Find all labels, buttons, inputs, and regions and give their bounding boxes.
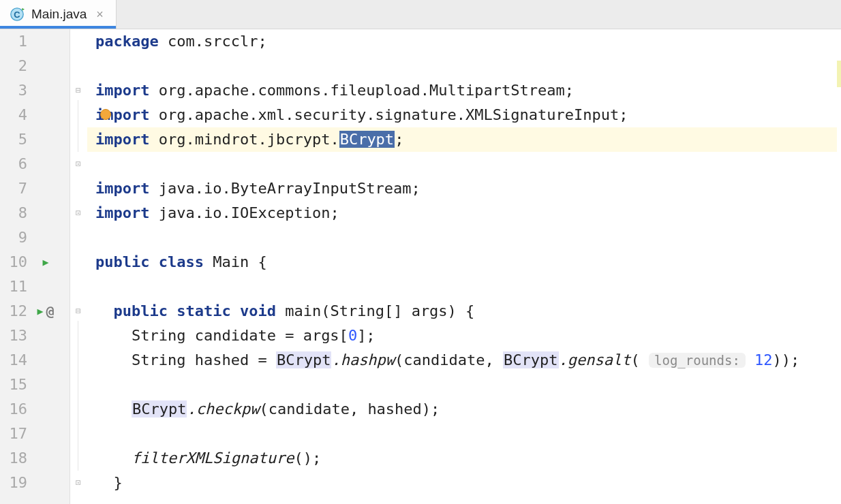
code-line: [95, 54, 841, 78]
code-line: }: [95, 471, 841, 495]
line-number: 2: [0, 54, 70, 78]
code-line: import java.io.ByteArrayInputStream;: [95, 176, 841, 201]
fold-guide: [78, 100, 78, 152]
code-line: [95, 274, 841, 299]
line-number: 3: [0, 78, 70, 103]
code-area[interactable]: package com.srcclr; import org.apache.co…: [87, 29, 841, 504]
code-line: String candidate = args[0];: [95, 324, 841, 348]
code-line: package com.srcclr;: [95, 29, 841, 54]
code-line: [95, 373, 841, 397]
code-line-current: import org.mindrot.jbcrypt.BCrypt;: [87, 127, 837, 152]
line-number: 1: [0, 29, 70, 54]
line-number: 15: [0, 373, 70, 397]
line-number: 5: [0, 127, 70, 152]
line-number: 19: [0, 471, 70, 495]
active-tab-underline: [0, 26, 116, 29]
line-number: 14: [0, 348, 70, 373]
fold-collapse-icon[interactable]: ⊟: [73, 78, 84, 103]
fold-expand-icon[interactable]: ⊡: [73, 471, 84, 495]
svg-marker-2: [22, 8, 25, 11]
line-number: 18: [0, 446, 70, 471]
tab-main-java[interactable]: C Main.java ×: [0, 0, 117, 29]
gutter: 1 2 3 4 5 6 7 8 9 10 ▶ 11 12 ▶@ 13 14 15…: [0, 29, 70, 504]
selection: BCrypt: [339, 131, 395, 148]
fold-guide: [78, 321, 78, 471]
fold-expand-icon[interactable]: ⊡: [73, 201, 84, 225]
code-line: public static void main(String[] args) {: [95, 299, 841, 324]
run-with-annotation-gutter-icon[interactable]: ▶@: [26, 299, 65, 324]
code-line: [95, 225, 841, 250]
fold-strip: ⊟ ⊡ ⊡ ⊟ ⊡: [70, 29, 87, 504]
fold-collapse-icon[interactable]: ⊟: [73, 299, 84, 324]
svg-text:C: C: [14, 10, 20, 20]
line-number: 4: [0, 103, 70, 127]
line-number: 13: [0, 324, 70, 348]
tab-bar[interactable]: C Main.java ×: [0, 0, 841, 29]
line-number: 17: [0, 422, 70, 446]
line-number: 8: [0, 201, 70, 225]
code-line: filterXMLSignature();: [95, 446, 841, 471]
line-number: 9: [0, 225, 70, 250]
fold-expand-icon[interactable]: ⊡: [73, 152, 84, 176]
error-stripe[interactable]: [837, 61, 841, 149]
code-line: public class Main {: [95, 250, 841, 274]
line-number: 11: [0, 274, 70, 299]
inlay-hint: log_rounds:: [649, 353, 746, 368]
line-number: 10 ▶: [0, 250, 70, 274]
editor[interactable]: 1 2 3 4 5 6 7 8 9 10 ▶ 11 12 ▶@ 13 14 15…: [0, 29, 841, 504]
line-number: 12 ▶@: [0, 299, 70, 324]
code-line: [95, 422, 841, 446]
line-number: 6: [0, 152, 70, 176]
code-line: import org.apache.commons.fileupload.Mul…: [95, 78, 841, 103]
run-gutter-icon[interactable]: ▶: [26, 250, 65, 274]
line-number: 7: [0, 176, 70, 201]
code-line: BCrypt.checkpw(candidate, hashed);: [95, 397, 841, 422]
tab-title: Main.java: [31, 7, 87, 22]
code-line: [95, 152, 841, 176]
code-line: String hashed = BCrypt.hashpw(candidate,…: [95, 348, 841, 373]
close-icon[interactable]: ×: [93, 7, 106, 22]
code-line: import org.apache.xml.security.signature…: [95, 103, 841, 127]
code-line: import java.io.IOException;: [95, 201, 841, 225]
line-number: 16: [0, 397, 70, 422]
java-class-icon: C: [10, 7, 25, 22]
